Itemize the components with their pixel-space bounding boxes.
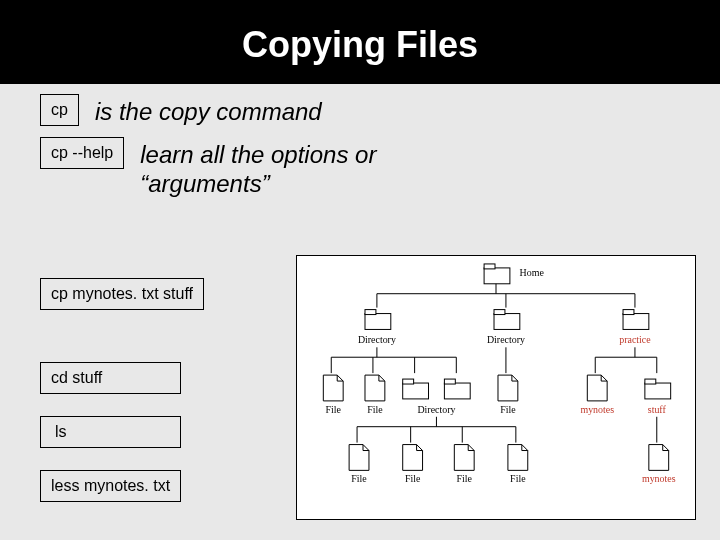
- label-dir-l1a: Directory: [358, 334, 396, 345]
- title-text: Copying Files: [242, 24, 478, 65]
- label-file-l2a: File: [326, 404, 342, 415]
- cmd-cp-label: cp: [51, 101, 68, 118]
- file-l3d-icon: [508, 445, 528, 471]
- label-dir-l2: Directory: [417, 404, 455, 415]
- cmd-ls: ls: [40, 416, 181, 448]
- file-mynotes2-icon: [649, 445, 669, 471]
- file-l2b-icon: [365, 375, 385, 401]
- label-home: Home: [520, 267, 545, 278]
- file-l2a-icon: [323, 375, 343, 401]
- file-l2e-icon: [498, 375, 518, 401]
- cmd-cphelp: cp --help: [40, 137, 124, 169]
- folder-l1a-icon: [365, 310, 391, 330]
- file-l3a-icon: [349, 445, 369, 471]
- folder-stuff-icon: [645, 379, 671, 399]
- cmd-cphelp-label: cp --help: [51, 144, 113, 161]
- slide-title: Copying Files: [0, 0, 720, 84]
- file-l3c-icon: [454, 445, 474, 471]
- label-file-l2b: File: [367, 404, 383, 415]
- cp-description: is the copy command: [95, 94, 322, 127]
- label-mynotes: mynotes: [580, 404, 614, 415]
- label-stuff: stuff: [648, 404, 667, 415]
- file-mynotes-icon: [587, 375, 607, 401]
- body-area: cp is the copy command cp --help learn a…: [0, 84, 720, 216]
- folder-l2d-icon: [444, 379, 470, 399]
- label-file-l3d: File: [510, 473, 526, 484]
- folder-l1b-icon: [494, 310, 520, 330]
- cmd-cd: cd stuff: [40, 362, 181, 394]
- left-commands: cd stuff ls less mynotes. txt: [40, 362, 181, 502]
- tree-svg: Home Directory Directory practice File F…: [297, 256, 695, 519]
- folder-home-icon: [484, 264, 510, 284]
- folder-practice-icon: [623, 310, 649, 330]
- cmd-less: less mynotes. txt: [40, 470, 181, 502]
- cmd-cp-example-label: cp mynotes. txt stuff: [51, 285, 193, 302]
- cmd-cd-label: cd stuff: [51, 369, 102, 386]
- label-file-l3b: File: [405, 473, 421, 484]
- label-file-l3a: File: [351, 473, 367, 484]
- cmd-cp-example: cp mynotes. txt stuff: [40, 278, 204, 310]
- cmd-cp: cp: [40, 94, 79, 126]
- label-file-l2e: File: [500, 404, 516, 415]
- label-file-l3c: File: [457, 473, 473, 484]
- file-l3b-icon: [403, 445, 423, 471]
- cphelp-description: learn all the options or “arguments”: [140, 137, 460, 199]
- label-dir-l1b: Directory: [487, 334, 525, 345]
- cmd-ls-label: ls: [55, 423, 67, 440]
- row-cphelp: cp --help learn all the options or “argu…: [40, 137, 690, 199]
- folder-l2c-icon: [403, 379, 429, 399]
- label-practice: practice: [619, 334, 651, 345]
- directory-tree-diagram: Home Directory Directory practice File F…: [296, 255, 696, 520]
- label-mynotes2: mynotes: [642, 473, 676, 484]
- row-cp: cp is the copy command: [40, 94, 690, 127]
- cmd-less-label: less mynotes. txt: [51, 477, 170, 494]
